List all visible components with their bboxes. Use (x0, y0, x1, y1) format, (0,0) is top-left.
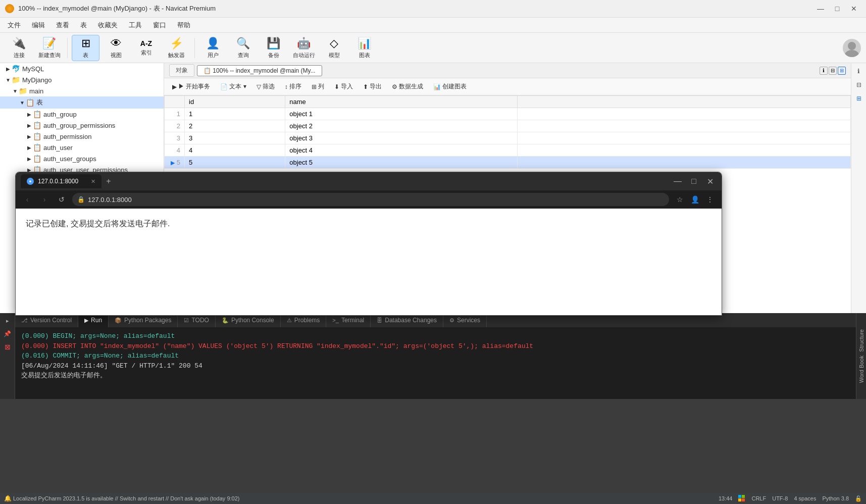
maximize-button[interactable]: □ (830, 3, 844, 14)
sidebar-item-main[interactable]: ▼ 📁 main (0, 85, 164, 96)
cell-id[interactable]: 3 (185, 132, 285, 144)
datagen-btn[interactable]: ⚙ 数据生成 (388, 81, 427, 93)
sidebar-item-auth-perm[interactable]: ▶ 📋 auth_permission (0, 131, 164, 142)
cell-name[interactable]: object 5 (285, 157, 518, 169)
toolbar-view[interactable]: 👁 视图 (102, 35, 130, 61)
structure-tab[interactable]: Structure (857, 327, 865, 354)
cell-id[interactable]: 4 (185, 144, 285, 157)
back-btn[interactable]: ‹ (21, 193, 34, 206)
toolbar-query[interactable]: 🔍 查询 (229, 35, 257, 61)
toolbar-table[interactable]: ⊞ 表 (72, 35, 99, 61)
import-btn[interactable]: ⬇ 导入 (330, 81, 357, 93)
row-num: ▶ 5 (165, 157, 185, 169)
menu-favorites[interactable]: 收藏夹 (93, 19, 123, 31)
wordbook-tab[interactable]: Word Book (857, 354, 865, 385)
new-tab-btn[interactable]: + (101, 174, 116, 188)
ide-pin-btn[interactable]: 📌 (2, 328, 13, 339)
profile-btn[interactable]: 👤 (688, 193, 701, 206)
toolbar-model[interactable]: ◇ 模型 (320, 35, 348, 61)
toolbar-backup[interactable]: 💾 备份 (260, 35, 287, 61)
toolbar-chart[interactable]: 📊 图表 (350, 35, 378, 61)
cell-name[interactable]: object 3 (285, 132, 518, 144)
sidebar-item-auth-group-perm[interactable]: ▶ 📋 auth_group_permissions (0, 120, 164, 131)
cell-id[interactable]: 5 (185, 157, 285, 169)
status-left: 🔔 Localized PyCharm 2023.1.5 is availabl… (4, 495, 714, 502)
sidebar-item-auth-group[interactable]: ▶ 📋 auth_group (0, 109, 164, 120)
filter-btn[interactable]: ▽ 筛选 (252, 81, 279, 93)
toolbar-trigger[interactable]: ⚡ 触发器 (163, 35, 190, 61)
tab-indicator-list[interactable]: ⊟ (829, 67, 837, 75)
datagen-icon: ⚙ (392, 83, 397, 90)
info-btn[interactable]: ℹ (853, 66, 864, 77)
columns-btn[interactable]: ⊞ 列 (308, 81, 328, 93)
status-lock[interactable]: 🔓 (855, 495, 862, 502)
menu-help[interactable]: 帮助 (172, 19, 195, 31)
status-indent[interactable]: 4 spaces (794, 495, 816, 501)
browser-minimize-btn[interactable]: — (671, 175, 684, 188)
sidebar-item-auth-user-groups[interactable]: ▶ 📋 auth_user_groups (0, 153, 164, 164)
col-name[interactable]: name (285, 96, 518, 108)
menu-window[interactable]: 窗口 (148, 19, 171, 31)
table-row[interactable]: 2 2 object 2 (165, 120, 851, 132)
cell-name[interactable]: object 1 (285, 108, 518, 120)
sidebar-item-tables[interactable]: ▼ 📋 表 (0, 96, 164, 109)
text-btn[interactable]: 📄 文本 ▾ (216, 81, 250, 93)
toolbar-index[interactable]: A-Z 索引 (132, 35, 160, 61)
menu-edit[interactable]: 编辑 (27, 19, 50, 31)
menu-view[interactable]: 查看 (51, 19, 74, 31)
toolbar-new-query[interactable]: 📝 新建查询 (35, 35, 63, 61)
toolbar-connect[interactable]: 🔌 连接 (5, 35, 33, 61)
forward-btn[interactable]: › (38, 193, 51, 206)
cell-id[interactable]: 1 (185, 108, 285, 120)
menu-tools[interactable]: 工具 (124, 19, 147, 31)
browser-tab-close[interactable]: ✕ (91, 178, 95, 185)
console-line-4: [06/Aug/2024 14:11:46] "GET / HTTP/1.1" … (21, 361, 860, 371)
export-btn[interactable]: ⬆ 导出 (359, 81, 386, 93)
sidebar-item-auth-user[interactable]: ▶ 📋 auth_user (0, 142, 164, 153)
browser-close-btn[interactable]: ✕ (703, 175, 717, 188)
collapse-btn[interactable]: ⊟ (853, 79, 864, 90)
table-row[interactable]: 1 1 object 1 (165, 108, 851, 120)
tab-indicator-info[interactable]: ℹ (820, 67, 828, 75)
status-python[interactable]: Python 3.8 (822, 495, 849, 501)
menu-table[interactable]: 表 (75, 19, 92, 31)
col-id[interactable]: id (185, 96, 285, 108)
cell-id[interactable]: 2 (185, 120, 285, 132)
pair-tab-data[interactable]: 📋 100% -- index_mymodel @main (My... (197, 65, 322, 76)
toolbar-user[interactable]: 👤 用户 (199, 35, 227, 61)
status-line-ending[interactable]: CRLF (751, 495, 766, 501)
toolbar-autorun[interactable]: 🤖 自动运行 (290, 35, 318, 61)
user-avatar[interactable] (843, 39, 861, 57)
bookmark-btn[interactable]: ☆ (673, 193, 686, 206)
sort-icon: ↕ (285, 83, 288, 90)
begin-transaction-btn[interactable]: ▶ ▶ 开始事务 (168, 81, 214, 93)
url-bar[interactable]: 🔒 127.0.0.1:8000 (72, 193, 669, 206)
ide-settings-btn[interactable]: ⊠ (2, 341, 13, 352)
tab-indicator-grid[interactable]: ⊞ (838, 67, 846, 75)
menu-file[interactable]: 文件 (3, 19, 26, 31)
table-row[interactable]: 3 3 object 3 (165, 132, 851, 144)
reload-btn[interactable]: ↺ (55, 193, 68, 206)
sort-btn[interactable]: ↕ 排序 (281, 81, 305, 93)
menu-btn[interactable]: ⋮ (703, 193, 717, 206)
sidebar-item-mysql[interactable]: ▶ 🐬 MySQL (0, 63, 164, 74)
arrow-icon: ▶ (26, 156, 33, 162)
cell-name[interactable]: object 4 (285, 144, 518, 157)
table-row[interactable]: ▶ 5 5 object 5 (165, 157, 851, 169)
status-encoding[interactable]: UTF-8 (772, 495, 788, 501)
close-button[interactable]: ✕ (847, 3, 861, 14)
create-chart-btn[interactable]: 📊 创建图表 (429, 81, 471, 93)
browser-maximize-btn[interactable]: □ (687, 175, 700, 188)
sidebar-item-mydjango[interactable]: ▼ 📁 MyDjango (0, 74, 164, 85)
svg-point-0 (848, 42, 856, 50)
ide-collapse-btn[interactable]: ▸ (2, 315, 13, 326)
cell-name[interactable]: object 2 (285, 120, 518, 132)
arrow-icon: ▶ (26, 134, 33, 139)
browser-tab[interactable]: ● 127.0.0.1:8000 ✕ (21, 174, 101, 188)
notification-text[interactable]: Localized PyCharm 2023.1.5 is available … (13, 495, 239, 501)
table-row[interactable]: 4 4 object 4 (165, 144, 851, 157)
table-icon: 📋 (33, 155, 41, 163)
grid-btn[interactable]: ⊞ (853, 93, 864, 104)
minimize-button[interactable]: — (813, 3, 828, 14)
pair-tab-object[interactable]: 对象 (169, 64, 194, 77)
